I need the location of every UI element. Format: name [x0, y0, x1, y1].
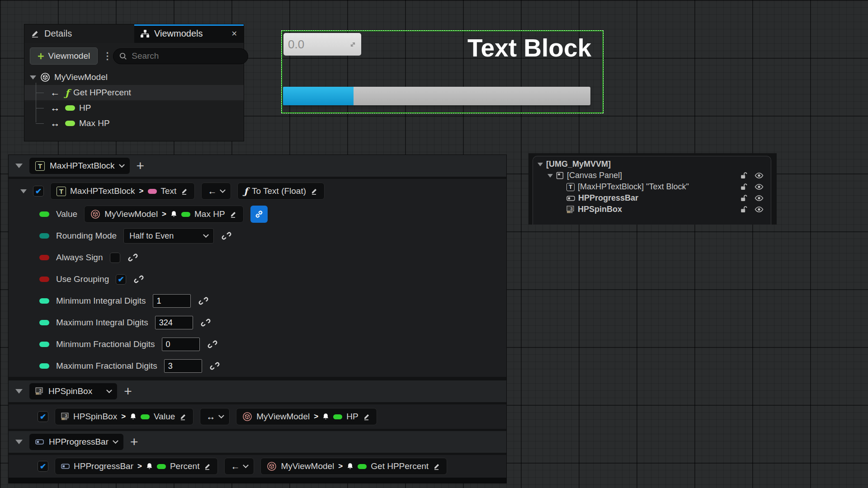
maxhp-textblock-widget[interactable]: Text Block [467, 33, 591, 62]
add-binding-button[interactable]: + [130, 435, 138, 449]
unlock-icon[interactable] [740, 172, 748, 179]
int-type-pill-icon [39, 363, 49, 369]
target-property-label: Value [154, 412, 175, 422]
canvas-selection-outline: 0.0 Text Block [281, 30, 604, 113]
viewmodel-label: MyViewModel [256, 412, 310, 422]
prop-row-rounding-mode: Rounding Mode Half to Even [9, 225, 506, 247]
binding-direction-dropdown[interactable]: ↔ [200, 408, 230, 425]
add-binding-button[interactable]: + [137, 159, 145, 173]
close-tab-icon[interactable]: ✕ [231, 29, 237, 38]
prop-row-min-integral: Minimum Integral Digits [9, 290, 506, 312]
visibility-eye-icon[interactable] [755, 173, 764, 178]
hpprogressbar-widget[interactable] [283, 87, 590, 105]
min-integral-input[interactable] [153, 294, 191, 308]
hierarchy-tree-container: [UMG_MyMVVM] [Canvas Panel] T [MaxHPText… [533, 156, 771, 225]
expander-triangle-icon[interactable] [15, 440, 23, 444]
notify-bell-icon [130, 413, 137, 421]
binding-target-pill[interactable]: T MaxHPTextBlock > Text [50, 183, 195, 200]
add-viewmodel-button[interactable]: + Viewmodel [30, 47, 98, 65]
unlock-icon[interactable] [740, 206, 748, 213]
unlinked-button[interactable] [134, 274, 144, 284]
binding-target-pill[interactable]: HPProgressBar > Percent [55, 458, 218, 475]
prop-row-max-fractional: Maximum Fractional Digits [9, 355, 506, 377]
hierarchy-row-hpprogressbar[interactable]: HPProgressBar [533, 192, 771, 204]
chevron-down-icon [106, 387, 112, 393]
edit-pencil-icon[interactable] [180, 187, 189, 195]
hierarchy-row-maxhptextblock[interactable]: T [MaxHPTextBlock] "Text Block" [533, 181, 771, 192]
options-menu-icon[interactable]: ⋮ [103, 51, 108, 61]
linked-button[interactable] [250, 206, 268, 223]
unlinked-button[interactable] [198, 296, 208, 306]
tree-item-hp[interactable]: ↔ HP [24, 100, 244, 116]
viewmodel-property-label: Get HPPercent [371, 461, 429, 471]
edit-pencil-icon[interactable] [203, 462, 212, 470]
binding-direction-dropdown[interactable]: ← [201, 183, 231, 200]
add-binding-button[interactable]: + [124, 385, 132, 398]
search-box[interactable] [113, 48, 248, 64]
use-grouping-checkbox[interactable]: ✔ [116, 274, 126, 285]
max-fractional-input[interactable] [164, 359, 202, 373]
binding-target-pill[interactable]: 3 HPSpinBox > Value [55, 408, 193, 425]
target-property-label: Percent [170, 461, 199, 471]
check-icon: ✔ [118, 276, 124, 283]
edit-pencil-icon[interactable] [363, 413, 371, 421]
widget-selector-maxhptextblock[interactable]: T MaxHPTextBlock [29, 158, 130, 174]
rounding-mode-select[interactable]: Half to Even [123, 228, 214, 244]
unlinked-button[interactable] [208, 339, 217, 349]
widget-selector-hpspinbox[interactable]: 3 HPSpinBox [29, 383, 117, 399]
hierarchy-row-label: [MaxHPTextBlock] "Text Block" [578, 182, 689, 192]
binding-direction-dropdown[interactable]: ← [224, 458, 254, 475]
visibility-eye-icon[interactable] [755, 195, 764, 201]
tree-item-max-hp[interactable]: ↔ Max HP [24, 116, 244, 131]
edit-pencil-icon[interactable] [179, 413, 187, 421]
chevron-separator: > [139, 187, 144, 196]
tab-viewmodels[interactable]: Viewmodels ✕ [134, 24, 244, 43]
tree-item-myviewmodel[interactable]: MyViewModel [24, 70, 244, 85]
binding-enabled-checkbox[interactable]: ✔ [38, 411, 48, 422]
float-type-pill-icon [39, 211, 49, 217]
unlinked-button[interactable] [201, 318, 211, 328]
unlock-icon[interactable] [740, 194, 748, 202]
viewmodel-label: MyViewModel [281, 461, 334, 471]
min-fractional-input[interactable] [162, 338, 200, 351]
expander-triangle-icon[interactable] [20, 189, 27, 193]
edit-pencil-icon[interactable] [229, 210, 237, 218]
unlinked-button[interactable] [210, 361, 220, 371]
progressbar-icon [566, 195, 575, 202]
expander-triangle-icon[interactable] [547, 174, 553, 178]
expander-triangle-icon[interactable] [15, 389, 23, 394]
notify-bell-icon [146, 463, 153, 470]
visibility-eye-icon[interactable] [755, 206, 764, 212]
tree-item-get-hppercent[interactable]: ← ƒ Get HPPercent [24, 85, 244, 100]
binding-enabled-checkbox[interactable]: ✔ [33, 186, 44, 197]
conversion-function-pill[interactable]: ƒ To Text (Float) [237, 183, 325, 200]
expander-triangle-icon[interactable] [538, 163, 543, 166]
row-controls [740, 194, 764, 202]
binding-source-pill[interactable]: MyViewModel > Get HPPercent [260, 458, 447, 475]
float-type-pill-icon [358, 464, 367, 469]
search-input[interactable] [132, 51, 242, 61]
value-source-pill[interactable]: MyViewModel > Max HP [84, 206, 243, 223]
expander-triangle-icon[interactable] [30, 75, 36, 80]
viewmodels-icon [141, 30, 150, 38]
edit-pencil-icon[interactable] [310, 187, 318, 195]
check-icon: ✔ [40, 463, 46, 470]
visibility-eye-icon[interactable] [755, 184, 764, 190]
hierarchy-row-root[interactable]: [UMG_MyMVVM] [533, 159, 771, 170]
tab-details[interactable]: Details [24, 24, 134, 43]
always-sign-checkbox[interactable] [110, 253, 120, 263]
hierarchy-row-hpspinbox[interactable]: 3 HPSpinBox [533, 204, 771, 215]
hpspinbox-widget[interactable]: 0.0 [283, 33, 361, 56]
max-integral-input[interactable] [155, 316, 193, 329]
tree-item-label: MyViewModel [54, 72, 108, 82]
unlinked-button[interactable] [222, 231, 231, 241]
unlinked-button[interactable] [128, 253, 138, 263]
widget-selector-hpprogressbar[interactable]: HPProgressBar [29, 434, 123, 450]
edit-pencil-icon[interactable] [433, 462, 441, 470]
binding-source-pill[interactable]: MyViewModel > HP [236, 408, 377, 425]
expander-triangle-icon[interactable] [15, 164, 23, 168]
unlock-icon[interactable] [740, 183, 748, 191]
hierarchy-row-canvas-panel[interactable]: [Canvas Panel] [533, 170, 771, 181]
binding-enabled-checkbox[interactable]: ✔ [38, 461, 48, 472]
property-type-pill-icon [65, 121, 75, 126]
